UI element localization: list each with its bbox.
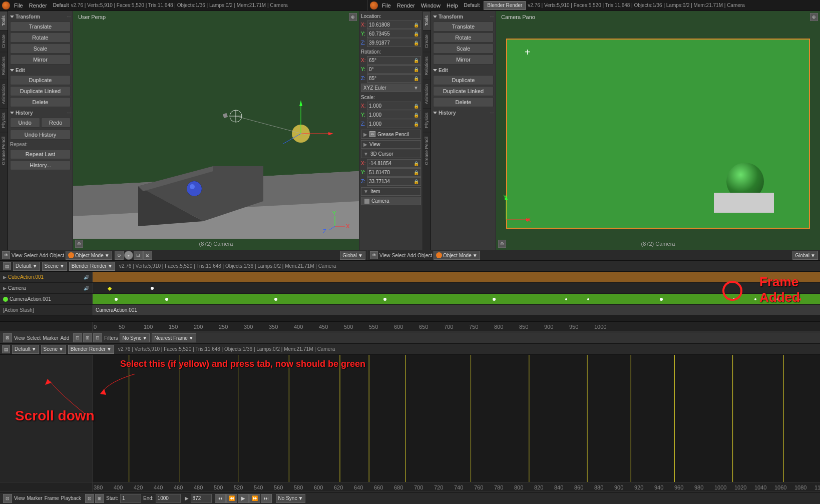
tab-grease-pencil-right[interactable]: Grease Pencil [423, 132, 431, 169]
tab-relations-right[interactable]: Relations [423, 52, 431, 80]
tab-create[interactable]: Create [0, 30, 8, 52]
tab-grease-pencil-left[interactable]: Grease Pencil [0, 132, 8, 169]
no-sync-selector[interactable]: No Sync▼ [276, 494, 306, 503]
engine-select[interactable]: Blender Render [484, 1, 526, 10]
viewport-type-icon-left[interactable]: 👁 [2, 251, 10, 259]
view-menu-right[interactable]: View [379, 253, 390, 258]
tab-animation[interactable]: Animation [0, 80, 8, 108]
nla-icon3[interactable]: ⊟ [93, 333, 102, 342]
translate-btn-right[interactable]: Translate [433, 22, 494, 32]
playback-editor-icon[interactable]: ⊡ [3, 494, 12, 503]
delete-btn-right[interactable]: Delete [433, 97, 494, 107]
start-frame-input[interactable] [120, 494, 141, 503]
right-viewport-corner-nav[interactable]: ⊕ [810, 13, 818, 21]
object-menu-left[interactable]: Object [50, 253, 64, 258]
current-frame-input[interactable] [191, 494, 212, 503]
menu-file-left[interactable]: File [12, 2, 25, 9]
nla-add-menu[interactable]: Add [60, 335, 69, 341]
duplicate-linked-btn-left[interactable]: Duplicate Linked [10, 86, 71, 96]
nla-scene-selector[interactable]: Scene▼ [42, 262, 67, 271]
select-menu-left[interactable]: Select [24, 253, 38, 258]
history-btn[interactable]: History... [10, 160, 71, 170]
play-prev-frame[interactable]: ⏪ [226, 494, 237, 503]
add-menu-right[interactable]: Add [407, 253, 416, 258]
nla-default-selector[interactable]: Default▼ [13, 262, 40, 271]
view-section[interactable]: ▶ View [361, 140, 421, 149]
nearest-frame-select[interactable]: No Sync ▼ [120, 333, 150, 342]
play-btn[interactable]: ▶ [238, 494, 249, 503]
rotate-btn-right[interactable]: Rotate [433, 33, 494, 43]
scale-z-field[interactable]: 1.000 🔒 [367, 120, 421, 128]
loc-x-field[interactable]: 10.61808 🔒 [367, 21, 421, 29]
tab-physics-right[interactable]: Physics [423, 108, 431, 132]
delete-btn-left[interactable]: Delete [10, 97, 71, 107]
mode-select-right[interactable]: Object Mode ▼ [434, 251, 480, 260]
cursor-x-field[interactable]: -14.81854 🔒 [367, 159, 421, 168]
rot-y-field[interactable]: 0° 🔒 [367, 65, 421, 74]
mirror-btn-right[interactable]: Mirror [433, 55, 494, 65]
cursor-y-field[interactable]: 51.81470 🔒 [367, 168, 421, 177]
loc-z-field[interactable]: 39.91877 🔒 [367, 39, 421, 47]
undo-history-btn[interactable]: Undo History [10, 130, 71, 140]
rotate-btn-left[interactable]: Rotate [10, 33, 71, 43]
viewport-bottom-left-icon[interactable]: ⊕ [75, 240, 83, 248]
tab-physics[interactable]: Physics [0, 108, 8, 132]
tab-relations[interactable]: Relations [0, 52, 8, 80]
nla-engine-selector[interactable]: Blender Render▼ [69, 262, 115, 271]
scale-btn-left[interactable]: Scale [10, 44, 71, 54]
select-menu-right[interactable]: Select [392, 253, 406, 258]
right-viewport-bottom-left-icon[interactable]: ⊕ [498, 240, 506, 248]
menu-file-right[interactable]: File [380, 2, 393, 9]
playback-marker-menu[interactable]: Marker [27, 495, 43, 501]
nearest-frame-dropdown[interactable]: Nearest Frame ▼ [152, 333, 196, 342]
scale-x-field[interactable]: 1.000 🔒 [367, 102, 421, 110]
scale-btn-right[interactable]: Scale [433, 44, 494, 54]
play-jump-end[interactable]: ⏭ [261, 494, 272, 503]
grease-pencil-section[interactable]: ▶ ✏ Grease Pencil [361, 130, 421, 139]
menu-window-right[interactable]: Window [419, 2, 443, 9]
nla-icon2[interactable]: ⊞ [83, 333, 92, 342]
playback-frame-menu[interactable]: Frame [45, 495, 59, 501]
playback-icon1[interactable]: ⊡ [85, 494, 94, 503]
tab-animation-right[interactable]: Animation [423, 80, 431, 108]
tab-tools-right[interactable]: Tools [423, 11, 431, 30]
tab-create-right[interactable]: Create [423, 30, 431, 52]
global-select-left[interactable]: Global▼ [340, 251, 365, 260]
duplicate-btn-right[interactable]: Duplicate [433, 75, 494, 85]
playback-icon2[interactable]: ⊞ [95, 494, 104, 503]
mirror-btn-left[interactable]: Mirror [10, 55, 71, 65]
duplicate-linked-btn-right[interactable]: Duplicate Linked [433, 86, 494, 96]
redo-btn[interactable]: Redo [41, 118, 71, 128]
wire-mode-btn[interactable]: ⊡ [134, 251, 143, 260]
lower-default-selector[interactable]: Default▼ [12, 345, 39, 354]
item-section-header[interactable]: ▼ Item [361, 187, 421, 196]
add-menu-left[interactable]: Add [39, 253, 48, 258]
nla-editor-type-icon[interactable]: ⊠ [3, 333, 12, 342]
menu-render-left[interactable]: Render [27, 2, 49, 9]
play-next-frame[interactable]: ⏩ [249, 494, 260, 503]
end-frame-input[interactable] [156, 494, 181, 503]
menu-help-right[interactable]: Help [445, 2, 460, 9]
play-jump-start[interactable]: ⏮ [215, 494, 226, 503]
viewport-corner-nav[interactable]: ⊕ [349, 13, 357, 21]
lower-scene-selector[interactable]: Scene▼ [41, 345, 66, 354]
nla-editor-icon[interactable]: ▤ [3, 262, 11, 270]
rot-z-field[interactable]: 85° 🔒 [367, 74, 421, 83]
mode-select-left[interactable]: Object Mode ▼ [66, 251, 112, 260]
menu-render-right[interactable]: Render [395, 2, 417, 9]
filters-label[interactable]: Filters [104, 335, 118, 341]
global-select-right[interactable]: Global▼ [792, 251, 818, 260]
repeat-last-btn[interactable]: Repeat Last [10, 149, 71, 159]
view-menu-left[interactable]: View [12, 253, 23, 258]
playback-view-menu[interactable]: View [14, 495, 25, 501]
playback-playback-menu[interactable]: Playback [61, 495, 82, 501]
item-camera-btn[interactable]: Camera [361, 197, 421, 205]
translate-btn-left[interactable]: Translate [10, 22, 71, 32]
nla-view-menu[interactable]: View [14, 335, 25, 341]
pivot-btn-left[interactable]: ⊙ [115, 251, 124, 260]
tab-tools[interactable]: Tools [0, 11, 8, 30]
lower-icon[interactable]: ▤ [2, 345, 10, 353]
duplicate-btn-left[interactable]: Duplicate [10, 75, 71, 85]
undo-btn[interactable]: Undo [10, 118, 40, 128]
cursor-section-header[interactable]: ▼ 3D Cursor [361, 150, 421, 158]
